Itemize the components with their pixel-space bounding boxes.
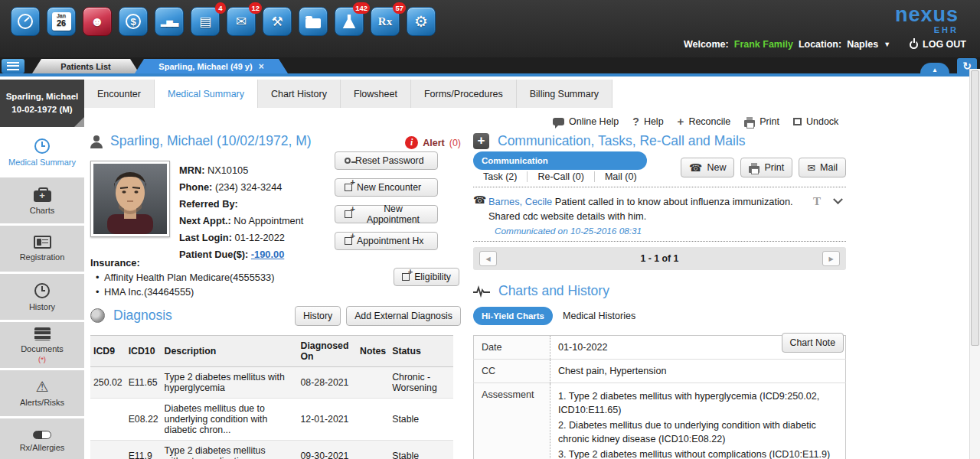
dashboard-icon[interactable] <box>11 7 40 36</box>
next-appt-value: No Appointment <box>234 215 303 226</box>
appointment-hx-button[interactable]: Appointment Hx <box>335 232 438 250</box>
mail-button[interactable]: ✉Mail <box>799 158 846 177</box>
reports-icon[interactable]: ▂▅▃ <box>155 7 184 36</box>
row-value: Chest pain, Hypertension <box>550 360 846 383</box>
mrn-label: MRN: <box>179 164 204 176</box>
diagnosis-row[interactable]: 250.02E11.65Type 2 diabetes mellitus wit… <box>90 367 453 399</box>
charts-tab-hi-yield-charts[interactable]: Hi-Yield Charts <box>473 307 553 325</box>
sidebar-item-label: Charts <box>30 206 54 215</box>
diagnosis-title: Diagnosis <box>113 308 172 324</box>
tools-icon[interactable]: ⚒ <box>263 7 292 36</box>
labs-icon[interactable]: 142 <box>335 7 364 36</box>
logout-button[interactable]: LOG OUT <box>910 39 966 50</box>
communication-entry[interactable]: ☎ Barnes, Cecile Patient called in to kn… <box>473 187 846 242</box>
communication-title: Communication, Tasks, Re-Call and Mails <box>498 133 746 149</box>
tab-encounter[interactable]: Encounter <box>84 80 155 108</box>
sidebar-item-registration[interactable]: Registration <box>0 226 84 272</box>
comm-tab-mail-0-[interactable]: Mail (0) <box>594 171 647 182</box>
add-external-diagnosis-button[interactable]: Add External Diagnosis <box>346 306 461 326</box>
plus-icon: + <box>678 115 684 128</box>
new-encounter-button[interactable]: New Encounter <box>335 178 438 197</box>
sidebar-item-rx-allergies[interactable]: Rx/Allergies <box>0 418 84 459</box>
comm-tab-re-call-0-[interactable]: Re-Call (0) <box>527 171 593 182</box>
user-name: Frank Family <box>734 39 793 50</box>
messages-icon[interactable]: ✉12 <box>227 7 256 36</box>
help-button[interactable]: ?Help <box>632 116 663 128</box>
location-caret-icon[interactable]: ▼ <box>884 41 890 48</box>
patients-icon[interactable]: ☻ <box>83 7 112 36</box>
billing-icon[interactable]: $ <box>119 7 148 36</box>
comm-tab-task-2-[interactable]: Task (2) <box>473 171 527 182</box>
cell-notes <box>357 367 389 399</box>
chevron-down-icon[interactable] <box>833 194 843 204</box>
settings-glyph: ⚙ <box>414 14 428 29</box>
patient-photo <box>90 161 170 237</box>
export-icon <box>345 237 352 245</box>
menu-button[interactable] <box>2 59 24 73</box>
tab-forms-procedures[interactable]: Forms/Procedures <box>411 80 517 108</box>
reports-glyph: ▂▅▃ <box>161 18 178 26</box>
collapse-button[interactable]: ▲ <box>920 63 949 73</box>
cell-icd10: E08.22 <box>126 399 162 441</box>
cell-description: Type 2 diabetes mellitus with hyperglyce… <box>162 367 298 399</box>
entry-contact-link[interactable]: Barnes, Cecile <box>488 196 552 207</box>
tab-patients-list[interactable]: Patients List <box>32 59 139 73</box>
last-login-label: Last Login: <box>179 232 232 243</box>
reconcile-button[interactable]: +Reconcile <box>678 115 731 128</box>
next-page-button[interactable]: ▶ <box>822 251 840 266</box>
sidebar-item-alerts-risks[interactable]: ⚠Alerts/Risks <box>0 370 84 416</box>
qmark-icon: ? <box>632 116 639 128</box>
patient-title[interactable]: Sparling, Michael (10/02/1972, M) <box>110 133 312 149</box>
phone-label: Phone: <box>179 181 212 193</box>
sidebar-item-charts[interactable]: Charts <box>0 177 84 223</box>
value-text: 01-10-2022 <box>558 342 607 353</box>
location-value[interactable]: Naples <box>847 39 878 50</box>
new-button[interactable]: ☎New <box>681 158 734 177</box>
print-button[interactable]: Print <box>744 116 779 127</box>
text-size-icon[interactable]: T <box>813 195 821 208</box>
scrollbar[interactable] <box>969 69 980 459</box>
diagnosis-history-button[interactable]: History <box>295 306 341 326</box>
scrollbar-thumb[interactable] <box>971 70 979 346</box>
rx-icon[interactable]: Rx57 <box>371 7 400 36</box>
eligibility-button[interactable]: Eligibility <box>394 268 459 286</box>
settings-icon[interactable]: ⚙ <box>407 7 436 36</box>
new-appointment-button[interactable]: New Appointment <box>335 205 438 223</box>
billing-glyph: $ <box>126 14 141 29</box>
documents-icon[interactable] <box>299 7 328 36</box>
reset-password-button[interactable]: Reset Password <box>335 151 438 170</box>
charts-tab-medical-histories[interactable]: Medical Histories <box>553 309 645 323</box>
sidebar-item-history[interactable]: History <box>0 274 84 320</box>
comm-tab-communication[interactable]: Communication <box>473 151 647 170</box>
mail-icon: ✉ <box>807 163 815 173</box>
diagnosis-row[interactable]: E08.22Diabetes mellitus due to underlyin… <box>90 399 453 441</box>
print-button[interactable]: Print <box>740 158 792 177</box>
tab-active-patient[interactable]: Sparling, Michael (49 y) × <box>135 59 288 73</box>
sidebar-item-label: History <box>29 302 55 311</box>
undock-button[interactable]: Undock <box>793 116 838 127</box>
chart-note-button[interactable]: Chart Note <box>782 333 844 353</box>
insurance-list: Affinity Health Plan Medicare(4555533)HM… <box>90 270 274 299</box>
flask-glyph <box>342 15 356 28</box>
sidebar-item-documents[interactable]: Documents(*) <box>0 322 84 368</box>
alert-indicator[interactable]: i Alert (0) <box>405 136 461 149</box>
prev-page-button[interactable]: ◀ <box>479 251 497 266</box>
notes-icon[interactable]: ▤4 <box>191 7 220 36</box>
charts-history-header: Charts and History <box>473 283 846 299</box>
tab-medical-summary[interactable]: Medical Summary <box>155 80 258 108</box>
calendar-icon[interactable]: Jan26 <box>47 7 76 36</box>
tab-chart-history[interactable]: Chart History <box>258 80 341 108</box>
patient-sidebar: Sparling, Michael 10-02-1972 (M) Medical… <box>0 80 84 459</box>
app-header: Jan26☻$▂▅▃▤4✉12⚒142Rx57⚙ nexus EHR Welco… <box>0 0 980 57</box>
tab-billing-summary[interactable]: Billing Summary <box>517 80 612 108</box>
clock-icon <box>34 138 50 154</box>
close-icon[interactable]: × <box>259 61 264 72</box>
tab-flowsheet[interactable]: Flowsheet <box>341 80 411 108</box>
column-header: Diagnosed On <box>298 336 358 367</box>
diagnosis-row[interactable]: E11.9Type 2 diabetes mellitus without co… <box>90 441 453 459</box>
hamburger-icon <box>7 62 19 70</box>
app-logo: nexus EHR <box>895 5 959 34</box>
alert-label: Alert <box>423 138 444 148</box>
online-help-button[interactable]: Online Help <box>553 116 619 127</box>
sidebar-item-medical-summary[interactable]: Medical Summary <box>0 129 84 175</box>
